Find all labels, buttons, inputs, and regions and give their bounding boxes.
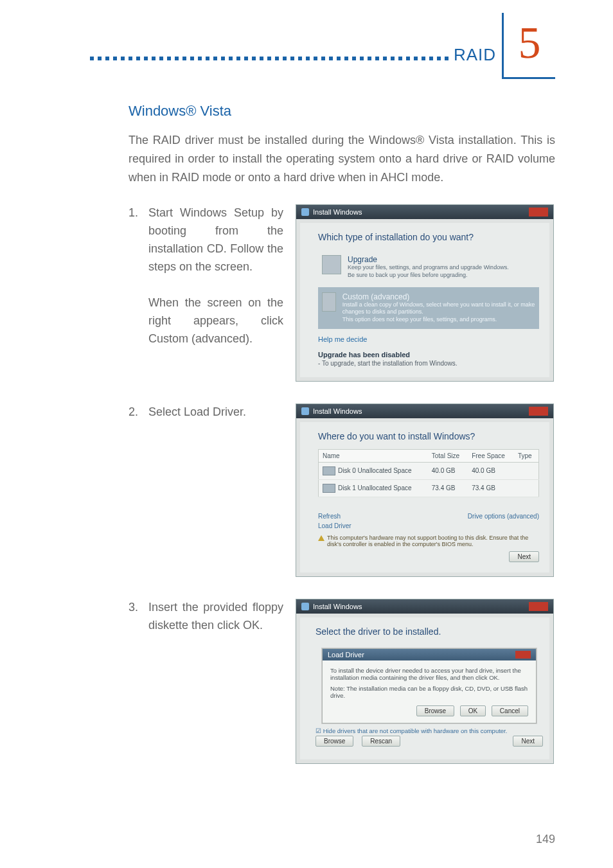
option-custom[interactable]: Custom (advanced) Install a clean copy o… [318,287,539,329]
step-1-text: 1. Start Windows Setup by booting from t… [129,204,296,348]
col-name: Name [319,449,428,462]
custom-sub1: Install a clean copy of Windows, select … [342,301,535,316]
screenshot-1-titlebar: Install Windows [296,205,553,219]
next-button[interactable]: Next [513,736,543,747]
cancel-button[interactable]: Cancel [492,705,528,716]
dialog-text2: Note: The installation media can be a fl… [330,685,528,699]
refresh-link[interactable]: Refresh [318,513,351,520]
screenshot-2-heading: Where do you want to install Windows? [318,431,539,441]
step-3: 3. Insert the provided floppy diskette t… [129,599,555,764]
upgrade-sub1: Keep your files, settings, and programs … [348,264,509,272]
upgrade-title: Upgrade [348,255,509,264]
screenshot-1-body: Which type of installation do you want? … [300,223,549,376]
row1-free: 73.4 GB [468,479,514,497]
table-row[interactable]: Disk 0 Unallocated Space 40.0 GB 40.0 GB [319,462,539,479]
col-type: Type [514,449,539,462]
dialog-buttons: Browse OK Cancel [330,699,528,716]
screenshot-1-title: Install Windows [313,208,362,216]
option-upgrade[interactable]: Upgrade Keep your files, settings, and p… [318,250,539,284]
screenshot-1-heading: Which type of installation do you want? [318,232,539,242]
step-2-para-1: Select Load Driver. [148,405,246,418]
close-icon[interactable] [529,602,548,611]
intro-paragraph: The RAID driver must be installed during… [129,131,555,186]
row0-total: 40.0 GB [428,462,468,479]
screenshot-3-title: Install Windows [313,603,362,610]
upgrade-icon [322,255,341,274]
screenshot-2-body: Where do you want to install Windows? Na… [300,422,549,572]
close-icon[interactable] [529,208,548,217]
disk-icon [323,466,335,475]
hide-drivers-label: Hide drivers that are not compatible wit… [323,727,508,734]
section-label: RAID [449,45,496,65]
custom-title: Custom (advanced) [342,292,535,301]
section-heading-text: Windows® Vista [129,103,231,119]
screenshot-2-title: Install Windows [313,407,362,415]
header-dots [90,57,497,63]
dialog-titlebar: Load Driver [323,649,536,660]
ok-button[interactable]: OK [460,705,486,716]
screenshot-3: Install Windows ← Select the driver to b… [296,599,554,764]
custom-sub2: This option does not keep your files, se… [342,316,535,324]
upgrade-sub2: Be sure to back up your files before upg… [348,272,509,279]
step-2: 2. Select Load Driver. Install Windows ←… [129,403,555,577]
row1-name: Disk 1 Unallocated Space [338,484,412,491]
col-total: Total Size [428,449,468,462]
screenshot-2: Install Windows ← Where do you want to i… [296,403,554,577]
drive-options-link[interactable]: Drive options (advanced) [468,513,539,529]
step-1: 1. Start Windows Setup by booting from t… [129,204,555,381]
step-1-number: 1. [129,204,145,222]
col-free: Free Space [468,449,514,462]
windows-icon [301,603,309,610]
screenshot-3-titlebar: Install Windows [296,599,553,614]
rescan-button[interactable]: Rescan [362,736,400,747]
windows-icon [301,208,309,216]
close-icon[interactable] [515,651,531,659]
disk-links: Refresh Load Driver Drive options (advan… [318,513,539,529]
step-3-para-1: Insert the provided floppy diskette then… [148,601,283,632]
custom-icon [322,292,336,312]
chapter-number: 5 [519,13,541,66]
row0-type [514,462,539,479]
row1-type [514,479,539,497]
screenshot-3-heading: Select the driver to be installed. [315,626,543,637]
step-2-text: 2. Select Load Driver. [129,403,296,421]
step-2-number: 2. [129,403,145,421]
hide-drivers-check[interactable]: ☑ Hide drivers that are not compatible w… [315,727,543,734]
upgrade-disabled-heading: Upgrade has been disabled [318,351,539,359]
load-driver-link[interactable]: Load Driver [318,522,351,529]
chapter-number-box: 5 [502,13,555,79]
step-3-number: 3. [129,599,145,617]
browse-button[interactable]: Browse [416,705,454,716]
upgrade-disabled-sub: - To upgrade, start the installation fro… [318,360,539,367]
table-row[interactable]: Disk 1 Unallocated Space 73.4 GB 73.4 GB [319,479,539,497]
screenshot-1: Install Windows ← Which type of installa… [296,204,554,381]
boot-warning-text: This computer's hardware may not support… [327,535,539,547]
row1-total: 73.4 GB [428,479,468,497]
screenshot-3-body: Select the driver to be installed. Load … [300,617,549,759]
dialog-title: Load Driver [328,651,364,659]
section-heading: Windows® Vista [129,103,555,120]
next-button[interactable]: Next [509,551,539,562]
dialog-body: To install the device driver needed to a… [323,660,536,723]
step-1-para-1: Start Windows Setup by booting from the … [148,206,283,273]
footer-buttons: Browse Rescan Next [315,734,543,753]
page-header: RAID 5 [129,39,555,96]
browse-button-2[interactable]: Browse [315,736,353,747]
screenshot-2-titlebar: Install Windows [296,404,553,418]
disk-icon [323,484,335,493]
warning-icon [318,535,324,541]
document-page: RAID 5 Windows® Vista The RAID driver mu… [0,0,613,868]
help-link[interactable]: Help me decide [318,335,539,343]
boot-warning: This computer's hardware may not support… [318,535,539,547]
page-number: 149 [536,833,555,846]
step-1-para-2: When the screen on the right appears, cl… [148,296,283,345]
load-driver-dialog: Load Driver To install the device driver… [322,648,537,723]
close-icon[interactable] [529,407,548,416]
windows-icon [301,407,309,415]
row0-free: 40.0 GB [468,462,514,479]
disk-table: Name Total Size Free Space Type Disk 0 U… [318,449,539,497]
step-3-text: 3. Insert the provided floppy diskette t… [129,599,296,635]
row0-name: Disk 0 Unallocated Space [338,466,412,474]
dialog-text1: To install the device driver needed to a… [330,667,528,681]
